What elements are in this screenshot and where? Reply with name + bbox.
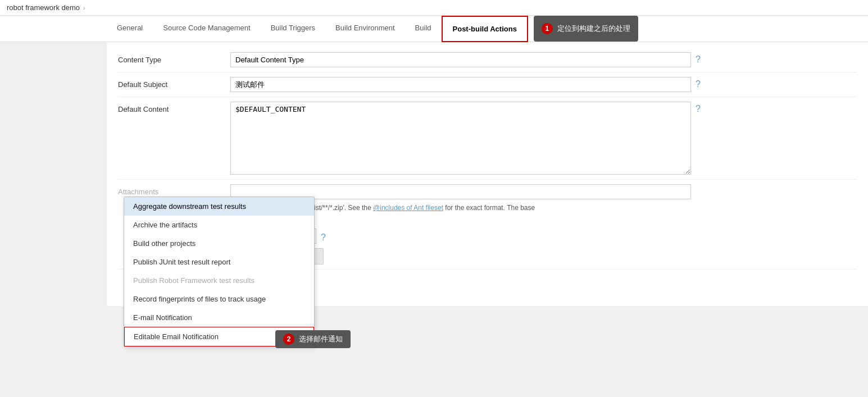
content-type-row: Content Type ? — [118, 48, 857, 72]
annotation-badge: 1 — [542, 23, 553, 34]
dropdown-item-aggregate[interactable]: Aggregate downstream test results — [124, 197, 314, 216]
breadcrumb: robot framework demo › — [0, 0, 868, 16]
default-content-textarea[interactable] — [230, 102, 691, 175]
dropdown-menu: Aggregate downstream test results Archiv… — [124, 197, 315, 347]
tab-build-environment[interactable]: Build Environment — [325, 16, 405, 42]
ant-fileset-link[interactable]: @includes of Ant fileset — [373, 204, 443, 212]
attachments-control: use wildcards like 'module/dist/**/*.zip… — [230, 184, 857, 264]
default-content-label: Default Content — [118, 102, 230, 113]
tabs-bar: General Source Code Management Build Tri… — [0, 16, 868, 42]
dropdown-item-record-fingerprints[interactable]: Record fingerprints of files to track us… — [124, 290, 314, 308]
dropdown-annotation: 2 选择邮件通知 — [275, 330, 351, 348]
dropdown-item-email-notification[interactable]: E-mail Notification — [124, 308, 314, 327]
default-subject-input[interactable] — [230, 77, 691, 92]
project-name[interactable]: robot framework demo — [7, 3, 80, 12]
dropdown-annotation-text: 选择邮件通知 — [299, 334, 343, 344]
main-content: Content Type ? Default Subject ? Default… — [107, 42, 868, 306]
content-type-label: Content Type — [118, 52, 230, 64]
default-subject-help-icon[interactable]: ? — [696, 79, 701, 89]
default-subject-control: ? — [230, 77, 857, 92]
attach-select-help-icon[interactable]: ? — [321, 232, 326, 243]
dropdown-item-publish-junit[interactable]: Publish JUnit test result report — [124, 253, 314, 271]
annotation-text: 定位到构建之后的处理 — [557, 24, 630, 34]
default-subject-row: Default Subject ? — [118, 72, 857, 97]
attachments-label: Attachments — [118, 184, 230, 196]
breadcrumb-chevron: › — [83, 4, 85, 11]
default-content-help-icon[interactable]: ? — [696, 104, 701, 114]
default-content-control: ? — [230, 102, 857, 175]
dropdown-item-build-other[interactable]: Build other projects — [124, 234, 314, 253]
tab-post-build[interactable]: Post-build Actions — [442, 16, 528, 42]
content-type-control: ? — [230, 52, 857, 67]
dropdown-item-archive[interactable]: Archive the artifacts — [124, 216, 314, 234]
tab-general[interactable]: General — [107, 16, 153, 42]
content-type-input[interactable] — [230, 52, 691, 67]
default-subject-label: Default Subject — [118, 77, 230, 89]
info-text-2: for the exact format. The base — [445, 204, 535, 212]
dropdown-annotation-badge: 2 — [283, 334, 294, 345]
tab-annotation: 1 定位到构建之后的处理 — [534, 16, 638, 42]
page-wrapper: robot framework demo › General Source Co… — [0, 0, 868, 397]
tab-source-code[interactable]: Source Code Management — [153, 16, 260, 42]
tab-build[interactable]: Build — [405, 16, 442, 42]
default-content-row: Default Content ? — [118, 97, 857, 180]
dropdown-item-publish-robot: Publish Robot Framework test results — [124, 271, 314, 290]
content-type-help-icon[interactable]: ? — [696, 54, 701, 65]
tab-build-triggers[interactable]: Build Triggers — [261, 16, 325, 42]
